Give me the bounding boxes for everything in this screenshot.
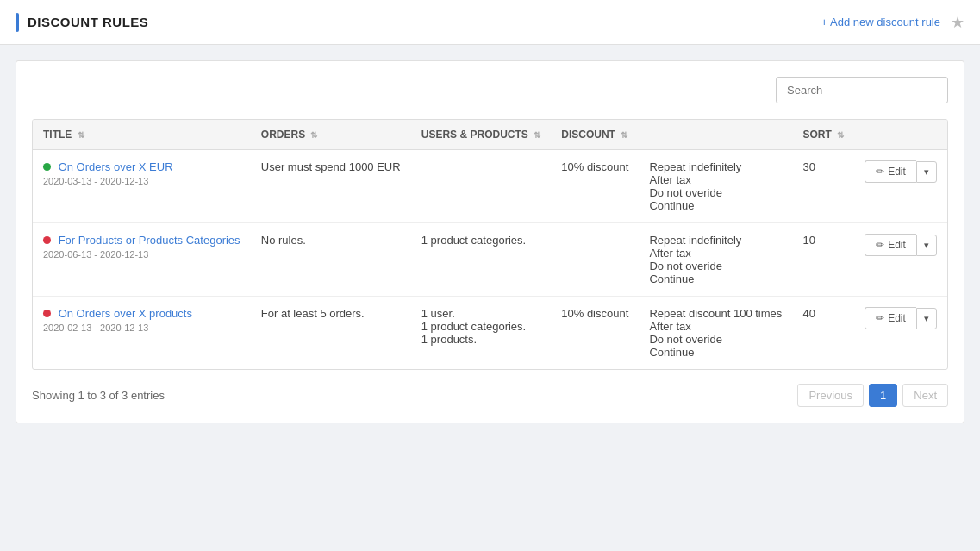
page-title: DISCOUNT RULES xyxy=(28,15,148,29)
sort-title-icon[interactable]: ⇅ xyxy=(78,130,84,140)
discount-rules-table-wrapper: TITLE ⇅ ORDERS ⇅ USERS & PRODUCTS ⇅ xyxy=(32,119,948,370)
row3-conditions-cell: Repeat discount 100 times After tax Do n… xyxy=(639,297,792,370)
pagination-row: Showing 1 to 3 of 3 entries Previous 1 N… xyxy=(32,384,948,407)
row3-title-cell: On Orders over X products 2020-02-13 - 2… xyxy=(33,297,251,370)
row3-up-line1: 1 user. xyxy=(421,307,540,320)
row2-status-dot xyxy=(43,236,51,244)
row2-orders-cell: No rules. xyxy=(251,223,411,297)
col-discount: DISCOUNT ⇅ xyxy=(551,120,639,150)
row2-action-group: ✏ Edit ▾ xyxy=(865,234,937,256)
header-actions: + Add new discount rule ★ xyxy=(821,13,964,32)
row1-actions-cell: ✏ Edit ▾ xyxy=(854,150,947,223)
row2-cond3: Do not overide xyxy=(649,260,782,272)
row3-action-group: ✏ Edit ▾ xyxy=(865,307,937,329)
row2-cond2: After tax xyxy=(649,247,782,260)
row3-edit-button[interactable]: ✏ Edit xyxy=(865,307,916,329)
row2-conditions-cell: Repeat indefinitely After tax Do not ove… xyxy=(639,223,792,297)
row2-cond1: Repeat indefinitely xyxy=(649,234,782,247)
title-bar-accent xyxy=(16,13,19,32)
row1-cond1: Repeat indefinitely xyxy=(649,160,782,173)
row3-up-line2: 1 product categories. xyxy=(421,320,540,333)
sort-discount-icon[interactable]: ⇅ xyxy=(621,130,627,140)
row1-sort-cell: 30 xyxy=(792,150,854,223)
row3-cond4: Continue xyxy=(649,346,782,359)
row3-cond2: After tax xyxy=(649,320,782,333)
row3-orders-cell: For at least 5 orders. xyxy=(251,297,411,370)
row3-cond1: Repeat discount 100 times xyxy=(649,307,782,320)
col-users-products: USERS & PRODUCTS ⇅ xyxy=(411,120,551,150)
row1-date: 2020-03-13 - 2020-12-13 xyxy=(43,176,240,186)
row3-up-line3: 1 products. xyxy=(421,333,540,346)
caret-down-icon: ▾ xyxy=(924,166,929,177)
add-new-discount-rule-button[interactable]: + Add new discount rule xyxy=(821,16,940,28)
row2-sort-cell: 10 xyxy=(792,223,854,297)
col-actions xyxy=(854,120,947,150)
table-row: On Orders over X products 2020-02-13 - 2… xyxy=(33,297,947,370)
row3-discount-cell: 10% discount xyxy=(551,297,639,370)
row3-actions-cell: ✏ Edit ▾ xyxy=(854,297,947,370)
discount-rules-card: TITLE ⇅ ORDERS ⇅ USERS & PRODUCTS ⇅ xyxy=(16,60,964,423)
sort-users-icon[interactable]: ⇅ xyxy=(534,130,540,140)
page-header: DISCOUNT RULES + Add new discount rule ★ xyxy=(0,0,980,45)
col-sort: SORT ⇅ xyxy=(792,120,854,150)
sort-sort-icon[interactable]: ⇅ xyxy=(837,130,844,140)
row3-status-dot xyxy=(43,310,51,317)
row1-cond3: Do not overide xyxy=(649,186,782,199)
row2-title-wrapper: For Products or Products Categories xyxy=(43,234,240,247)
row3-cond3: Do not overide xyxy=(649,333,782,346)
row3-edit-label: Edit xyxy=(888,312,906,324)
table-header-row: TITLE ⇅ ORDERS ⇅ USERS & PRODUCTS ⇅ xyxy=(33,120,947,150)
row1-title-cell: On Orders over X EUR 2020-03-13 - 2020-1… xyxy=(33,150,251,223)
row1-discount-cell: 10% discount xyxy=(551,150,639,223)
pencil-icon: ✏ xyxy=(876,239,884,251)
search-row xyxy=(32,77,948,103)
row2-discount-cell xyxy=(551,223,639,297)
favorite-star-icon[interactable]: ★ xyxy=(951,13,964,32)
pagination: Previous 1 Next xyxy=(797,384,948,407)
search-input[interactable] xyxy=(776,77,948,103)
row1-cond2: After tax xyxy=(649,173,782,186)
row2-users-products-cell: 1 product categories. xyxy=(411,223,551,297)
row2-dropdown-button[interactable]: ▾ xyxy=(916,235,937,256)
col-title: TITLE ⇅ xyxy=(33,120,251,150)
table-row: For Products or Products Categories 2020… xyxy=(33,223,947,297)
row1-status-dot xyxy=(43,163,51,171)
row2-title-cell: For Products or Products Categories 2020… xyxy=(33,223,251,297)
col-orders: ORDERS ⇅ xyxy=(251,120,411,150)
row1-dropdown-button[interactable]: ▾ xyxy=(916,161,937,183)
row3-sort-cell: 40 xyxy=(792,297,854,370)
row2-edit-button[interactable]: ✏ Edit xyxy=(865,234,916,256)
row1-title-wrapper: On Orders over X EUR xyxy=(43,160,240,173)
row3-users-products-cell: 1 user. 1 product categories. 1 products… xyxy=(411,297,551,370)
row1-edit-label: Edit xyxy=(888,166,906,178)
row2-date: 2020-06-13 - 2020-12-13 xyxy=(43,249,240,260)
sort-orders-icon[interactable]: ⇅ xyxy=(310,130,317,140)
caret-down-icon: ▾ xyxy=(924,313,929,323)
row2-edit-label: Edit xyxy=(888,239,906,251)
caret-down-icon: ▾ xyxy=(924,240,929,250)
row2-cond4: Continue xyxy=(649,272,782,285)
row1-conditions-cell: Repeat indefinitely After tax Do not ove… xyxy=(639,150,792,223)
row1-cond4: Continue xyxy=(649,199,782,212)
row1-edit-button[interactable]: ✏ Edit xyxy=(865,160,916,183)
row3-date: 2020-02-13 - 2020-12-13 xyxy=(43,322,240,333)
discount-rules-table: TITLE ⇅ ORDERS ⇅ USERS & PRODUCTS ⇅ xyxy=(33,120,947,369)
row1-users-products-cell xyxy=(411,150,551,223)
page-wrapper: DISCOUNT RULES + Add new discount rule ★… xyxy=(0,0,980,551)
table-row: On Orders over X EUR 2020-03-13 - 2020-1… xyxy=(33,150,947,223)
row3-dropdown-button[interactable]: ▾ xyxy=(916,308,937,329)
row3-title-link[interactable]: On Orders over X products xyxy=(59,307,192,320)
row2-actions-cell: ✏ Edit ▾ xyxy=(854,223,947,297)
previous-page-button[interactable]: Previous xyxy=(797,384,864,407)
row3-title-wrapper: On Orders over X products xyxy=(43,307,240,320)
row1-action-group: ✏ Edit ▾ xyxy=(865,160,937,183)
row1-title-link[interactable]: On Orders over X EUR xyxy=(59,160,173,173)
page-1-button[interactable]: 1 xyxy=(869,384,897,407)
page-title-wrapper: DISCOUNT RULES xyxy=(16,13,148,32)
pencil-icon: ✏ xyxy=(876,312,884,324)
col-conditions xyxy=(639,120,792,150)
pencil-icon: ✏ xyxy=(876,166,884,178)
row2-title-link[interactable]: For Products or Products Categories xyxy=(59,234,240,247)
next-page-button[interactable]: Next xyxy=(902,384,948,407)
content-area: TITLE ⇅ ORDERS ⇅ USERS & PRODUCTS ⇅ xyxy=(0,45,980,439)
